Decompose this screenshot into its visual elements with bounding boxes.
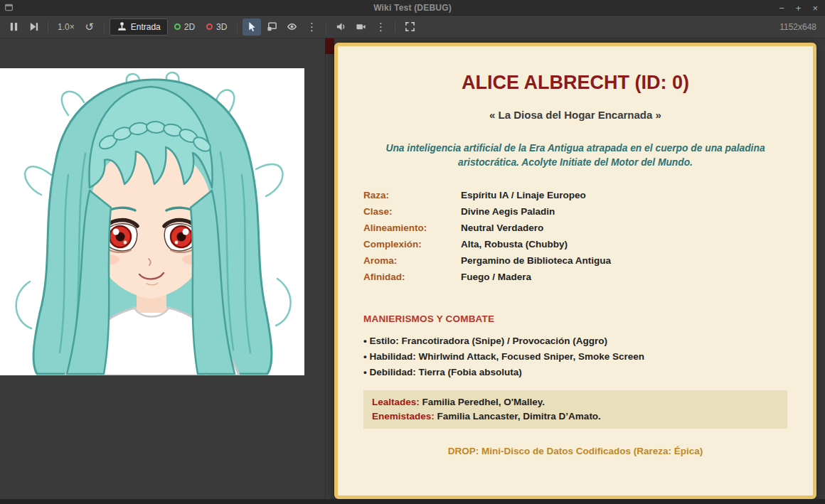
stat-label: Raza: xyxy=(363,187,461,203)
camera-3d-label: 3D xyxy=(216,22,227,32)
visibility-button[interactable] xyxy=(282,18,301,36)
stat-value: Neutral Verdadero xyxy=(461,220,543,236)
enmities-value: Familia Lancaster, Dimitra D’Amato. xyxy=(435,411,601,422)
cursor-icon xyxy=(247,21,257,32)
game-viewport[interactable]: ALICE ALBRECHT (ID: 0) « La Diosa del Ho… xyxy=(0,38,825,499)
overflow-menu-button[interactable]: ⋮ xyxy=(302,18,321,36)
loyalties-line: Lealtades: Familia Peredhel, O'Malley. xyxy=(372,395,779,409)
audio-mute-button[interactable] xyxy=(331,18,350,36)
toolbar-separator xyxy=(395,21,395,33)
stat-label: Clase: xyxy=(363,203,461,220)
stat-label: Aroma: xyxy=(363,252,461,269)
input-toggle-label: Entrada xyxy=(131,22,161,32)
stat-value: Alta, Robusta (Chubby) xyxy=(461,236,568,252)
viewport-seam xyxy=(325,38,326,499)
character-card: ALICE ALBRECHT (ID: 0) « La Diosa del Ho… xyxy=(334,43,816,499)
restart-button[interactable]: ↺ xyxy=(80,18,99,36)
next-frame-icon xyxy=(28,21,39,32)
scene-accent-block xyxy=(325,38,334,54)
camera-2d-button[interactable]: 2D xyxy=(169,18,200,36)
stat-row-raza: Raza: Espíritu IA / Linaje Europeo xyxy=(363,187,787,203)
circle-3d-icon xyxy=(206,23,213,30)
section-header-combat: MANIERISMOS Y COMBATE xyxy=(363,313,787,324)
toolbar-separator xyxy=(48,21,48,33)
stat-value: Pergamino de Biblioteca Antigua xyxy=(461,252,611,269)
bullet-debilidad: • Debilidad: Tierra (Fobia absoluta) xyxy=(363,365,787,380)
stat-row-clase: Clase: Divine Aegis Paladin xyxy=(363,203,787,220)
stat-value: Espíritu IA / Linaje Europeo xyxy=(461,187,586,203)
fullscreen-icon xyxy=(405,21,415,32)
speaker-icon xyxy=(336,21,346,32)
joystick-icon xyxy=(117,21,127,32)
circle-2d-icon xyxy=(174,23,181,30)
toolbar-separator xyxy=(326,21,326,33)
overflow-menu-2-button[interactable]: ⋮ xyxy=(371,18,390,36)
maximize-button[interactable]: + xyxy=(796,4,802,13)
drop-line: DROP: Mini-Disco de Datos Codificados (R… xyxy=(363,446,787,456)
stat-label: Alineamiento: xyxy=(363,220,461,236)
select-tool-button[interactable] xyxy=(243,18,261,36)
stat-row-afinidad: Afinidad: Fuego / Madera xyxy=(363,269,787,285)
stat-value: Divine Aegis Paladin xyxy=(461,203,555,220)
pause-icon xyxy=(9,21,19,32)
enmities-line: Enemistades: Familia Lancaster, Dimitra … xyxy=(372,409,779,424)
bottom-bar xyxy=(0,499,825,504)
stat-row-complexion: Complexión: Alta, Robusta (Chubby) xyxy=(363,236,787,252)
speed-label: 1.0× xyxy=(58,22,75,32)
card-subtitle: « La Diosa del Hogar Encarnada » xyxy=(363,109,787,121)
stat-label: Complexión: xyxy=(363,236,461,252)
window-title: Wiki Test (DEBUG) xyxy=(0,3,825,13)
loyalties-value: Familia Peredhel, O'Malley. xyxy=(420,397,545,407)
toolbar-separator xyxy=(104,21,105,33)
stat-row-alineamiento: Alineamiento: Neutral Verdadero xyxy=(363,220,787,236)
stats-list: Raza: Espíritu IA / Linaje Europeo Clase… xyxy=(363,187,787,285)
debug-toolbar: 1.0× ↺ Entrada 2D 3D ⋮ xyxy=(0,16,825,38)
titlebar[interactable]: Wiki Test (DEBUG) − + × xyxy=(0,0,825,16)
resolution-label: 1152x648 xyxy=(779,22,816,32)
stat-label: Afinidad: xyxy=(363,269,461,285)
pause-button[interactable] xyxy=(4,18,23,36)
window-controls: − + × xyxy=(779,0,818,16)
fullscreen-button[interactable] xyxy=(400,18,419,36)
enmities-label: Enemistades: xyxy=(372,411,435,422)
camera-button[interactable] xyxy=(351,18,370,36)
region-select-button[interactable] xyxy=(262,18,281,36)
character-portrait xyxy=(0,68,304,375)
card-description: Una inteligencia artificial de la Era An… xyxy=(372,141,779,169)
bullet-habilidad: • Habilidad: Whirlwind Attack, Focused S… xyxy=(363,349,787,365)
loyalties-label: Lealtades: xyxy=(372,397,420,407)
loyalty-box: Lealtades: Familia Peredhel, O'Malley. E… xyxy=(363,390,787,429)
minimize-button[interactable]: − xyxy=(779,4,784,13)
camera-icon xyxy=(356,21,366,32)
stat-row-aroma: Aroma: Pergamino de Biblioteca Antigua xyxy=(363,252,787,269)
eye-icon xyxy=(287,21,297,32)
combat-bullet-list: • Estilo: Francotiradora (Snipe) / Provo… xyxy=(363,333,787,380)
close-button[interactable]: × xyxy=(812,4,818,13)
toolbar-separator xyxy=(237,21,238,33)
input-toggle-button[interactable]: Entrada xyxy=(110,18,168,36)
camera-3d-button[interactable]: 3D xyxy=(201,18,232,36)
next-frame-button[interactable] xyxy=(24,18,43,36)
card-title: ALICE ALBRECHT (ID: 0) xyxy=(363,72,787,94)
stat-value: Fuego / Madera xyxy=(461,269,531,285)
camera-2d-label: 2D xyxy=(184,22,195,32)
app-window: Wiki Test (DEBUG) − + × 1.0× ↺ Entrada 2… xyxy=(0,0,825,504)
window-menu-icon[interactable] xyxy=(4,3,14,13)
region-select-icon xyxy=(267,21,277,32)
bullet-estilo: • Estilo: Francotiradora (Snipe) / Provo… xyxy=(363,333,787,349)
